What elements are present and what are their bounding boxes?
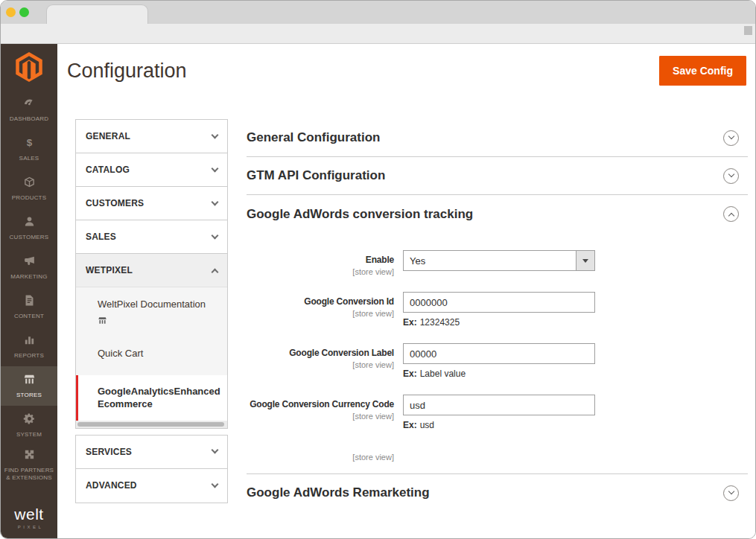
store-icon — [98, 316, 220, 329]
field-scope: [store view] — [247, 309, 394, 318]
config-nav-advanced[interactable]: ADVANCED — [76, 469, 227, 503]
sidebar-item-find-partners-extensions[interactable]: FIND PARTNERS & EXTENSIONS — [1, 445, 57, 485]
config-nav-label: CUSTOMERS — [86, 198, 144, 208]
sidebar-item-products[interactable]: PRODUCTS — [1, 169, 57, 208]
field-hint: Ex:usd — [403, 420, 595, 430]
sidebar-item-sales[interactable]: $ SALES — [1, 130, 57, 169]
weltpixel-logo-text: welt — [1, 506, 57, 522]
chevron-down-icon — [212, 198, 219, 205]
section-gtm-api-configuration[interactable]: GTM API Configuration — [247, 157, 748, 195]
collapse-toggle[interactable] — [723, 206, 739, 222]
config-nav: GENERAL CATALOG CUSTOMERS SALES — [75, 119, 228, 503]
hint-text: usd — [420, 420, 434, 430]
config-nav-sublabel: GoogleAnalyticsEnhanced Ecommerce — [98, 386, 220, 410]
scrollbar-thumb[interactable] — [77, 422, 224, 427]
config-nav-label: WETPIXEL — [86, 265, 133, 275]
sidebar-item-marketing[interactable]: MARKETING — [1, 248, 57, 287]
field-hint: Ex:12324325 — [403, 317, 595, 328]
config-nav-services[interactable]: SERVICES — [76, 436, 227, 469]
config-nav-label: SALES — [86, 232, 116, 242]
config-nav-weltpixel-documentation[interactable]: WeltPixel Documentation — [76, 287, 227, 335]
config-nav-sublabel: Quick Cart — [98, 348, 143, 359]
field-scope: [store view] — [247, 360, 394, 369]
chevron-up-icon — [728, 212, 734, 218]
sidebar-item-customers[interactable]: CUSTOMERS — [1, 208, 57, 248]
config-nav-customers[interactable]: CUSTOMERS — [76, 187, 227, 220]
chevron-down-icon — [728, 133, 734, 139]
field-label: Google Conversion Id — [247, 296, 394, 307]
sidebar-item-label: STORES — [15, 392, 43, 399]
field-label: Google Conversion Label — [247, 348, 394, 358]
sidebar-item-reports[interactable]: REPORTS — [1, 327, 57, 366]
weltpixel-logo: welt PIXEL — [1, 500, 57, 538]
google-conversion-currency-code-input[interactable] — [403, 395, 595, 415]
field-row-scope-only: [store view] — [247, 446, 748, 462]
browser-tab[interactable] — [46, 4, 148, 24]
config-nav-catalog[interactable]: CATALOG — [76, 153, 227, 187]
config-nav-quick-cart[interactable]: Quick Cart — [76, 335, 227, 375]
google-conversion-label-input[interactable] — [403, 343, 595, 364]
enable-select[interactable]: Yes — [403, 250, 595, 271]
sales-icon: $ — [23, 136, 36, 152]
chevron-down-icon — [212, 480, 219, 488]
magento-logo[interactable] — [1, 44, 57, 90]
field-row-google-conversion-currency-code: Google Conversion Currency Code [store v… — [247, 395, 748, 430]
config-nav-googleanalyticsenhanced-ecommerce[interactable]: GoogleAnalyticsEnhanced Ecommerce — [76, 375, 227, 421]
section-title: General Configuration — [247, 130, 380, 145]
main-area: Configuration Save Config GENERAL CATALO… — [57, 44, 755, 538]
select-dropdown-button[interactable] — [576, 251, 594, 270]
sidebar-item-label: REPORTS — [13, 352, 45, 360]
config-nav-scrollbar[interactable] — [76, 421, 227, 428]
chevron-down-icon — [212, 447, 219, 454]
weltpixel-logo-subtext: PIXEL — [1, 525, 57, 529]
sidebar-item-label: SALES — [18, 155, 41, 162]
hint-prefix: Ex: — [403, 420, 417, 430]
config-nav-sales[interactable]: SALES — [76, 220, 227, 254]
collapse-toggle[interactable] — [723, 168, 739, 184]
sidebar-item-label: FIND PARTNERS & EXTENSIONS — [1, 467, 57, 482]
field-label: Enable — [247, 255, 394, 265]
hint-text: Label value — [420, 369, 466, 379]
config-nav-label: GENERAL — [86, 131, 130, 141]
config-nav-wetpixel[interactable]: WETPIXEL — [76, 254, 227, 287]
system-icon — [23, 412, 36, 428]
section-title: GTM API Configuration — [247, 168, 385, 183]
sidebar-item-content[interactable]: CONTENT — [1, 287, 57, 327]
config-nav-label: SERVICES — [86, 447, 132, 457]
config-nav-sublabel: WeltPixel Documentation — [98, 299, 206, 310]
config-nav-general[interactable]: GENERAL — [76, 120, 227, 153]
collapse-toggle[interactable] — [723, 485, 739, 501]
caret-down-icon — [582, 259, 588, 263]
zoom-window-button[interactable] — [19, 7, 29, 17]
field-row-enable: Enable [store view] Yes — [247, 250, 748, 276]
browser-scrollbar-button[interactable] — [744, 26, 752, 35]
section-general-configuration[interactable]: General Configuration — [247, 119, 748, 157]
collapse-toggle[interactable] — [723, 130, 739, 146]
sidebar-item-label: SYSTEM — [15, 431, 43, 438]
sidebar-item-system[interactable]: SYSTEM — [1, 406, 57, 445]
config-nav-label: CATALOG — [86, 165, 130, 175]
sidebar-item-stores[interactable]: STORES — [1, 366, 57, 406]
field-scope: [store view] — [247, 267, 394, 276]
sidebar-item-dashboard[interactable]: DASHBOARD — [1, 90, 57, 130]
field-row-google-conversion-id: Google Conversion Id [store view] Ex:123… — [247, 292, 748, 328]
conversion-tracking-form: Enable [store view] Yes — [247, 233, 748, 473]
google-conversion-id-input[interactable] — [403, 292, 595, 313]
section-google-adwords-remarketing[interactable]: Google AdWords Remarketing — [247, 473, 748, 511]
section-google-adwords-conversion-tracking[interactable]: Google AdWords conversion tracking — [247, 195, 748, 233]
browser-titlebar — [1, 1, 755, 24]
page-header: Configuration Save Config — [57, 44, 755, 96]
dashboard-icon — [23, 97, 36, 112]
stores-icon — [23, 373, 36, 389]
browser-toolbar — [1, 24, 755, 44]
products-icon — [23, 176, 36, 191]
reports-icon — [23, 334, 36, 349]
minimize-window-button[interactable] — [6, 7, 16, 17]
chevron-down-icon — [212, 232, 219, 239]
page-title: Configuration — [67, 60, 187, 83]
sidebar-item-label: MARKETING — [9, 273, 48, 281]
chevron-down-icon — [728, 171, 734, 177]
magento-logo-icon — [16, 52, 42, 82]
field-scope: [store view] — [247, 412, 394, 421]
save-config-button[interactable]: Save Config — [659, 56, 746, 86]
